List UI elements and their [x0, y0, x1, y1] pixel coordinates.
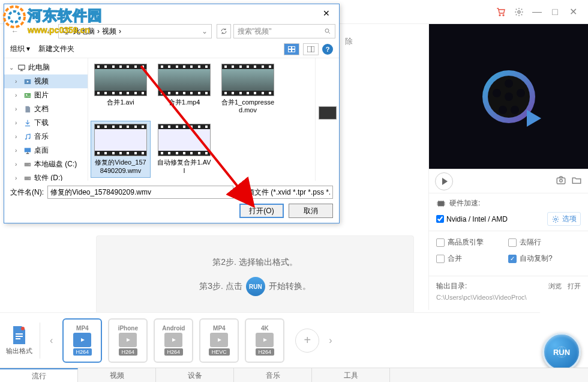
- svg-point-4: [518, 11, 520, 13]
- refresh-icon: [220, 28, 227, 35]
- options-button[interactable]: 选项: [547, 212, 581, 226]
- svg-point-20: [29, 138, 30, 139]
- svg-rect-32: [16, 333, 23, 335]
- tab-4[interactable]: 工具: [312, 368, 390, 382]
- svg-point-23: [29, 164, 30, 165]
- output-format-label: 输出格式: [6, 325, 32, 356]
- tab-0[interactable]: 流行: [0, 368, 78, 382]
- tree-item-doc[interactable]: ›文档: [4, 102, 88, 116]
- tree-item-desktop[interactable]: ›桌面: [4, 144, 88, 157]
- video-preview: [429, 24, 588, 169]
- search-input[interactable]: 搜索"视频": [233, 24, 335, 38]
- svg-rect-34: [16, 338, 20, 339]
- minimize-button[interactable]: —: [528, 3, 546, 21]
- svg-point-18: [26, 94, 27, 95]
- svg-rect-27: [557, 178, 565, 184]
- file-item[interactable]: 合并1_compressed.mov: [218, 61, 278, 117]
- cart-icon[interactable]: [492, 3, 510, 21]
- doc-icon: [11, 325, 28, 345]
- file-item[interactable]: 修复的Video_1578490209.wmv: [91, 121, 151, 177]
- tab-3[interactable]: 音乐: [234, 368, 312, 382]
- breadcrumb[interactable]: 此电脑 › 视频 › ⌄: [58, 24, 212, 38]
- svg-point-2: [499, 14, 500, 16]
- preview-pane-button[interactable]: [303, 43, 319, 55]
- maximize-button[interactable]: □: [546, 3, 564, 21]
- open-dir-button[interactable]: 打开: [568, 282, 581, 291]
- format-item-mp4-h264[interactable]: MP4H264: [62, 318, 102, 363]
- help-button[interactable]: ?: [322, 44, 333, 55]
- format-next-icon[interactable]: ›: [326, 335, 334, 346]
- hw-accel-panel: 硬件加速: Nvidia / Intel / AMD 选项: [429, 193, 588, 231]
- tree-item-video[interactable]: ›视频: [4, 74, 88, 88]
- view-options: ?: [284, 43, 333, 55]
- svg-rect-33: [16, 336, 23, 337]
- run-button[interactable]: RUN: [542, 333, 581, 371]
- dialog-close-button[interactable]: ✕: [317, 6, 335, 20]
- dialog-nav: ← → ↑ 此电脑 › 视频 › ⌄ 搜索"视频": [4, 22, 339, 40]
- tree-item-disk[interactable]: ›本地磁盘 (C:): [4, 157, 88, 171]
- tree-item-image[interactable]: ›图片: [4, 88, 88, 102]
- nav-up-icon[interactable]: ↑: [41, 24, 56, 38]
- format-item-mp4-hevc[interactable]: MP4HEVC: [199, 318, 239, 363]
- close-button[interactable]: ✕: [564, 3, 582, 21]
- snapshot-button[interactable]: [556, 175, 566, 188]
- clear-label[interactable]: 除: [345, 36, 353, 47]
- merge-checkbox[interactable]: 合并: [436, 253, 502, 264]
- run-label: RUN: [553, 348, 570, 357]
- path-sep2: ›: [119, 27, 121, 35]
- path-dropdown-icon[interactable]: ⌄: [202, 27, 208, 35]
- path-current: 视频: [102, 26, 116, 37]
- tab-2[interactable]: 设备: [156, 368, 234, 382]
- chip-icon: [436, 200, 446, 207]
- format-item-iphone-h264[interactable]: iPhoneH264: [108, 318, 148, 363]
- nav-back-icon[interactable]: ←: [8, 24, 22, 38]
- tree-item-download[interactable]: ›下载: [4, 116, 88, 130]
- view-mode-button[interactable]: [284, 43, 299, 55]
- bottom-tabs: 流行视频设备音乐工具: [0, 368, 588, 382]
- svg-point-19: [25, 138, 26, 139]
- hw-accel-value: Nvidia / Intel / AMD: [446, 215, 508, 223]
- hq-engine-checkbox[interactable]: 高品质引擎: [436, 237, 502, 247]
- folder-tree: ⌄此电脑›视频›图片›文档›下载›音乐›桌面›本地磁盘 (C:)›软件 (D:): [4, 58, 88, 181]
- autocopy-checkbox[interactable]: ✓自动复制?: [508, 253, 574, 264]
- dialog-body: ⌄此电脑›视频›图片›文档›下载›音乐›桌面›本地磁盘 (C:)›软件 (D:)…: [4, 58, 339, 181]
- browse-button[interactable]: 浏览: [548, 282, 562, 291]
- file-item[interactable]: 自动修复合并1.AVI: [154, 121, 214, 177]
- steps-panel: 第2步. 选择输出格式。 第3步. 点击 RUN 开始转换。: [96, 235, 414, 314]
- new-folder-button[interactable]: 新建文件夹: [38, 44, 74, 54]
- filename-input[interactable]: [47, 186, 233, 199]
- format-item-4k-h264[interactable]: 4KH264: [245, 318, 284, 363]
- svg-rect-8: [289, 47, 291, 49]
- filename-label: 文件名(N):: [10, 187, 44, 198]
- svg-rect-10: [289, 50, 291, 52]
- add-format-button[interactable]: +: [295, 329, 319, 353]
- format-prev-icon[interactable]: ‹: [47, 335, 55, 346]
- output-dir-panel: 输出目录: 浏览 打开 C:\Users\pc\Videos\VideoProc…: [429, 276, 588, 306]
- deinterlace-checkbox[interactable]: 去隔行: [508, 237, 574, 247]
- folder-button[interactable]: [571, 175, 582, 188]
- format-item-android-h264[interactable]: AndroidH264: [154, 318, 193, 363]
- play-button[interactable]: [435, 172, 453, 190]
- file-item[interactable]: 合并1.avi: [91, 61, 151, 117]
- hw-accel-checkbox[interactable]: Nvidia / Intel / AMD: [436, 215, 508, 223]
- app-logo-icon: [482, 70, 535, 123]
- refresh-button[interactable]: [217, 24, 231, 38]
- file-open-dialog: ✕ ← → ↑ 此电脑 › 视频 › ⌄ 搜索"视频" 组织 ▾ 新建文件夹 ?: [4, 4, 340, 223]
- output-dir-label: 输出目录:: [436, 281, 467, 291]
- svg-rect-14: [19, 65, 25, 69]
- play-icon: [442, 178, 448, 185]
- filetype-select[interactable]: [237, 186, 333, 199]
- organize-menu[interactable]: 组织 ▾: [10, 44, 30, 54]
- tab-1[interactable]: 视频: [78, 368, 156, 382]
- gear-icon[interactable]: [510, 3, 528, 21]
- path-sep: ›: [97, 27, 100, 35]
- nav-forward-icon[interactable]: →: [25, 24, 39, 38]
- open-button[interactable]: 打开(O): [239, 204, 284, 218]
- tree-item-disk[interactable]: ›软件 (D:): [4, 171, 88, 181]
- svg-rect-9: [292, 47, 295, 49]
- svg-rect-29: [438, 201, 445, 206]
- tree-item-pc[interactable]: ⌄此电脑: [4, 61, 88, 74]
- tree-item-music[interactable]: ›音乐: [4, 130, 88, 144]
- cancel-button[interactable]: 取消: [289, 204, 333, 218]
- file-item[interactable]: 合并1.mp4: [154, 61, 214, 117]
